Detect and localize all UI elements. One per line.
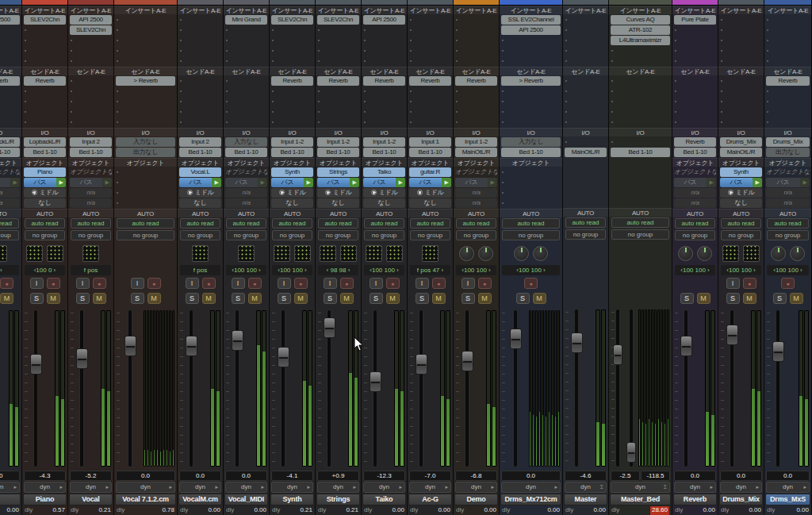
insert-slot-empty[interactable]: [70, 56, 112, 66]
dyn-selector[interactable]: dynΣ: [611, 482, 670, 493]
send-slot-empty[interactable]: [0, 117, 20, 127]
pan-grid[interactable]: [340, 245, 357, 262]
object-middle-option[interactable]: ミドル: [317, 188, 359, 198]
object-none-option[interactable]: なし: [24, 198, 66, 208]
group-assignment[interactable]: no group: [180, 230, 220, 240]
send-slot[interactable]: > Reverb: [501, 76, 561, 86]
track-color-tab[interactable]: [454, 0, 499, 6]
pan-knob[interactable]: [790, 246, 805, 261]
fader-handle[interactable]: [680, 336, 692, 356]
insert-slot-empty[interactable]: [116, 15, 175, 25]
output-selector[interactable]: MainOtL/R: [565, 148, 607, 157]
fader-handle[interactable]: [30, 354, 42, 375]
object-name[interactable]: Strings: [317, 167, 359, 177]
send-slot-empty[interactable]: [674, 97, 716, 106]
insert-slot-empty[interactable]: [317, 25, 359, 35]
insert-slot-empty[interactable]: [317, 46, 359, 56]
object-none-option[interactable]: なし: [317, 198, 359, 208]
send-slot-empty[interactable]: [455, 117, 497, 127]
output-selector[interactable]: Bed 1-10: [317, 148, 359, 157]
dyn-selector[interactable]: dyn▸: [720, 482, 762, 493]
track-name[interactable]: VocalM.cm: [178, 494, 222, 505]
send-slot-empty[interactable]: [766, 117, 810, 127]
insert-slot-empty[interactable]: [116, 25, 175, 35]
output-selector[interactable]: Bed 1-10: [70, 148, 112, 157]
input-selector[interactable]: 入力なし: [116, 137, 175, 147]
send-slot-empty[interactable]: [0, 97, 20, 106]
track-name[interactable]: Taiko: [362, 494, 406, 505]
send-slot-empty[interactable]: [116, 117, 175, 127]
automation-mode-button[interactable]: auto read: [675, 218, 715, 229]
track-name[interactable]: Vocal_MIDI: [224, 494, 268, 505]
pan-grid[interactable]: [192, 245, 209, 262]
fader-handle[interactable]: [626, 442, 636, 463]
send-slot-empty[interactable]: [674, 86, 716, 96]
insert-slot-empty[interactable]: [766, 15, 810, 25]
dyn-selector[interactable]: dyn▸: [116, 482, 175, 493]
send-slot-empty[interactable]: [179, 107, 221, 117]
automation-mode-button[interactable]: auto read: [272, 218, 312, 229]
insert-slot-empty[interactable]: [565, 25, 607, 35]
input-selector[interactable]: Input 1-2: [363, 137, 405, 147]
insert-slot-empty[interactable]: [317, 36, 359, 45]
object-bus-toggle[interactable]: バス▶: [674, 178, 716, 187]
send-slot-empty[interactable]: [674, 117, 716, 127]
send-slot-empty[interactable]: [70, 107, 112, 117]
pan-value[interactable]: ‹ 98 98 ›: [318, 265, 358, 275]
record-enable-button[interactable]: ●: [340, 278, 354, 289]
mute-button[interactable]: M: [533, 293, 546, 304]
insert-slot-empty[interactable]: [225, 46, 267, 56]
track-color-tab[interactable]: [22, 0, 67, 6]
group-assignment[interactable]: no group: [25, 230, 65, 240]
dyn-selector[interactable]: dyn▸: [225, 482, 267, 493]
record-enable-button[interactable]: ●: [478, 278, 492, 289]
send-slot-empty[interactable]: [116, 107, 175, 117]
record-enable-button[interactable]: ●: [147, 278, 161, 289]
volume-readout[interactable]: -118.5: [641, 471, 670, 481]
solo-button[interactable]: S: [516, 293, 530, 304]
track-color-tab[interactable]: [68, 0, 113, 6]
mute-button[interactable]: M: [0, 293, 13, 304]
object-bus-toggle[interactable]: バス▶: [271, 178, 313, 187]
send-slot-empty[interactable]: [271, 107, 313, 117]
track-name[interactable]: Drms_Mx712cm: [500, 494, 561, 505]
mute-button[interactable]: M: [147, 293, 161, 304]
pan-value[interactable]: f pos 47 ›: [410, 265, 450, 275]
pan-knob[interactable]: [678, 246, 693, 261]
insert-slot-empty[interactable]: [271, 56, 313, 66]
object-name[interactable]: Taiko: [363, 167, 405, 177]
insert-slot-empty[interactable]: [24, 46, 66, 56]
mute-button[interactable]: M: [743, 293, 756, 304]
record-enable-button[interactable]: ●: [386, 278, 400, 289]
insert-slot-empty[interactable]: [116, 46, 175, 56]
send-slot-empty[interactable]: [611, 97, 670, 106]
input-monitor-button[interactable]: I: [726, 278, 740, 289]
pan-knob[interactable]: [478, 246, 493, 261]
dyn-selector[interactable]: dynΣ: [565, 482, 607, 493]
insert-slot-empty[interactable]: [179, 56, 221, 66]
object-bus-toggle[interactable]: バス▶: [0, 178, 20, 187]
pan-value[interactable]: ‹100 100 ›: [272, 265, 312, 275]
send-slot-empty[interactable]: [501, 117, 561, 127]
mute-button[interactable]: M: [386, 293, 400, 304]
object-name[interactable]: Piano: [24, 167, 66, 177]
insert-slot-empty[interactable]: [766, 25, 810, 35]
fader-handle[interactable]: [510, 329, 522, 349]
insert-slot[interactable]: SLEV2Chn: [317, 15, 359, 25]
output-selector[interactable]: Bed 1-10: [409, 148, 451, 157]
volume-readout[interactable]: 0.0: [674, 471, 716, 481]
volume-readout[interactable]: 0.0: [0, 471, 20, 481]
send-slot-empty[interactable]: [363, 117, 405, 127]
object-middle-option[interactable]: ミドル: [271, 188, 313, 198]
output-selector[interactable]: Bed 1-10: [225, 148, 267, 157]
insert-slot-empty[interactable]: [24, 56, 66, 66]
pan-knob[interactable]: [771, 246, 786, 261]
insert-slot-empty[interactable]: [179, 46, 221, 56]
send-slot-empty[interactable]: [179, 76, 221, 86]
send-slot-empty[interactable]: [70, 86, 112, 96]
insert-slot[interactable]: API 2500: [363, 15, 405, 25]
fader-handle[interactable]: [186, 336, 197, 356]
send-slot-empty[interactable]: [720, 117, 762, 127]
mute-button[interactable]: M: [47, 293, 60, 304]
insert-slot[interactable]: API 2500: [501, 25, 561, 35]
